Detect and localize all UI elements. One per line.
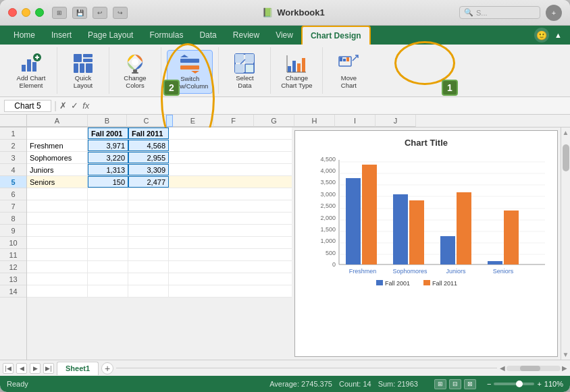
sheet-nav-prev[interactable]: ◀ bbox=[16, 363, 27, 374]
row-header-3[interactable]: 3 bbox=[0, 152, 26, 164]
cell-a13[interactable] bbox=[27, 273, 88, 285]
cell-a1[interactable] bbox=[27, 128, 88, 139]
minimize-button[interactable] bbox=[22, 8, 30, 17]
cell-a14[interactable] bbox=[27, 285, 88, 297]
pages-icon[interactable]: ⊞ bbox=[52, 7, 67, 19]
row-header-2[interactable]: 2 bbox=[0, 140, 26, 152]
sheet-tab-sheet1[interactable]: Sheet1 bbox=[57, 362, 99, 375]
cell-b4[interactable]: 1,313 bbox=[88, 164, 128, 175]
cell-d6[interactable] bbox=[169, 188, 292, 200]
cell-a11[interactable] bbox=[27, 249, 88, 260]
cell-b10[interactable] bbox=[88, 237, 128, 248]
move-chart-button[interactable]: MoveChart bbox=[328, 50, 369, 92]
cell-d5[interactable] bbox=[169, 176, 292, 188]
tab-home[interactable]: Home bbox=[5, 26, 43, 45]
cell-c14[interactable] bbox=[128, 285, 169, 297]
row-header-12[interactable]: 12 bbox=[0, 261, 26, 273]
tab-formulas[interactable]: Formulas bbox=[141, 26, 191, 45]
cell-c4[interactable]: 3,309 bbox=[128, 164, 169, 175]
sheet-nav-last[interactable]: ▶| bbox=[43, 363, 54, 374]
vertical-scrollbar[interactable]: ▲ ▼ bbox=[561, 128, 570, 360]
col-header-i[interactable]: I bbox=[335, 115, 375, 127]
cell-c6[interactable] bbox=[128, 188, 169, 200]
redo-icon[interactable]: ↪ bbox=[113, 7, 128, 19]
cell-a9[interactable] bbox=[27, 225, 88, 236]
row-header-11[interactable]: 11 bbox=[0, 249, 26, 261]
confirm-formula-icon[interactable]: ✓ bbox=[71, 101, 78, 111]
cell-d7[interactable] bbox=[169, 200, 292, 212]
col-header-f[interactable]: F bbox=[213, 115, 254, 127]
cell-a7[interactable] bbox=[27, 200, 88, 212]
formula-input[interactable] bbox=[92, 101, 566, 111]
cell-d1[interactable] bbox=[169, 128, 292, 139]
cell-a2[interactable]: Freshmen bbox=[27, 140, 88, 151]
cell-d12[interactable] bbox=[169, 261, 292, 273]
cell-d9[interactable] bbox=[169, 225, 292, 236]
col-header-j[interactable]: J bbox=[375, 115, 416, 127]
row-header-8[interactable]: 8 bbox=[0, 213, 26, 225]
cell-c12[interactable] bbox=[128, 261, 169, 273]
tab-chart-design[interactable]: Chart Design bbox=[301, 26, 371, 45]
cell-b6[interactable] bbox=[88, 188, 128, 200]
col-header-d-selected[interactable] bbox=[166, 115, 173, 127]
scrollbar-thumb[interactable] bbox=[563, 144, 569, 171]
cell-b12[interactable] bbox=[88, 261, 128, 273]
add-chart-element-button[interactable]: Add ChartElement bbox=[11, 50, 51, 92]
normal-view-button[interactable]: ⊞ bbox=[434, 379, 446, 389]
name-box[interactable]: Chart 5 bbox=[4, 100, 51, 112]
cell-a5[interactable]: Seniors bbox=[27, 176, 88, 188]
user-button[interactable]: + bbox=[546, 5, 562, 21]
zoom-slider[interactable] bbox=[494, 383, 534, 385]
quick-layout-button[interactable]: QuickLayout bbox=[63, 50, 103, 92]
tab-view[interactable]: View bbox=[267, 26, 301, 45]
cell-c8[interactable] bbox=[128, 213, 169, 224]
cell-b9[interactable] bbox=[88, 225, 128, 236]
cell-a12[interactable] bbox=[27, 261, 88, 273]
page-layout-view-button[interactable]: ⊟ bbox=[449, 379, 461, 389]
sheet-nav-next[interactable]: ▶ bbox=[30, 363, 41, 374]
row-header-13[interactable]: 13 bbox=[0, 273, 26, 285]
row-header-4[interactable]: 4 bbox=[0, 164, 26, 176]
cell-b14[interactable] bbox=[88, 285, 128, 297]
cell-b8[interactable] bbox=[88, 213, 128, 224]
undo-icon[interactable]: ↩ bbox=[93, 7, 107, 19]
row-header-14[interactable]: 14 bbox=[0, 285, 26, 298]
col-header-h[interactable]: H bbox=[294, 115, 335, 127]
cell-c3[interactable]: 2,955 bbox=[128, 152, 169, 163]
maximize-button[interactable] bbox=[35, 8, 44, 17]
zoom-thumb[interactable] bbox=[516, 381, 523, 387]
select-data-button[interactable]: SelectData bbox=[224, 50, 265, 92]
cell-d2[interactable] bbox=[169, 140, 292, 151]
change-chart-type-button[interactable]: ChangeChart Type bbox=[276, 50, 317, 92]
add-sheet-button[interactable]: + bbox=[101, 362, 113, 374]
cell-a6[interactable] bbox=[27, 188, 88, 200]
row-header-5[interactable]: 5 bbox=[0, 176, 26, 188]
cell-a8[interactable] bbox=[27, 213, 88, 224]
cell-b1[interactable]: Fall 2001 bbox=[88, 128, 128, 139]
cell-c2[interactable]: 4,568 bbox=[128, 140, 169, 151]
close-button[interactable] bbox=[8, 8, 17, 17]
change-colors-button[interactable]: ChangeColors bbox=[115, 50, 155, 92]
smiley-button[interactable]: 🙂 bbox=[534, 28, 549, 43]
col-header-c[interactable]: C bbox=[127, 115, 166, 127]
cell-c7[interactable] bbox=[128, 200, 169, 212]
page-break-view-button[interactable]: ⊠ bbox=[464, 379, 476, 389]
cell-c1[interactable]: Fall 2011 bbox=[128, 128, 169, 139]
sheet-nav-first[interactable]: |◀ bbox=[3, 363, 14, 374]
row-header-7[interactable]: 7 bbox=[0, 200, 26, 213]
tab-insert[interactable]: Insert bbox=[43, 26, 80, 45]
tab-review[interactable]: Review bbox=[225, 26, 267, 45]
horizontal-scroll-left[interactable]: ◀ bbox=[500, 364, 505, 372]
row-header-9[interactable]: 9 bbox=[0, 225, 26, 237]
row-header-6[interactable]: 6 bbox=[0, 188, 26, 200]
insert-function-icon[interactable]: fx bbox=[82, 101, 89, 111]
cell-d8[interactable] bbox=[169, 213, 292, 224]
cell-b3[interactable]: 3,220 bbox=[88, 152, 128, 163]
col-header-e[interactable]: E bbox=[173, 115, 213, 127]
cell-c10[interactable] bbox=[128, 237, 169, 248]
cell-d4[interactable] bbox=[169, 164, 292, 175]
cell-a3[interactable]: Sophomores bbox=[27, 152, 88, 163]
cell-d3[interactable] bbox=[169, 152, 292, 163]
search-bar[interactable]: 🔍 S... bbox=[459, 6, 540, 19]
row-header-10[interactable]: 10 bbox=[0, 237, 26, 249]
